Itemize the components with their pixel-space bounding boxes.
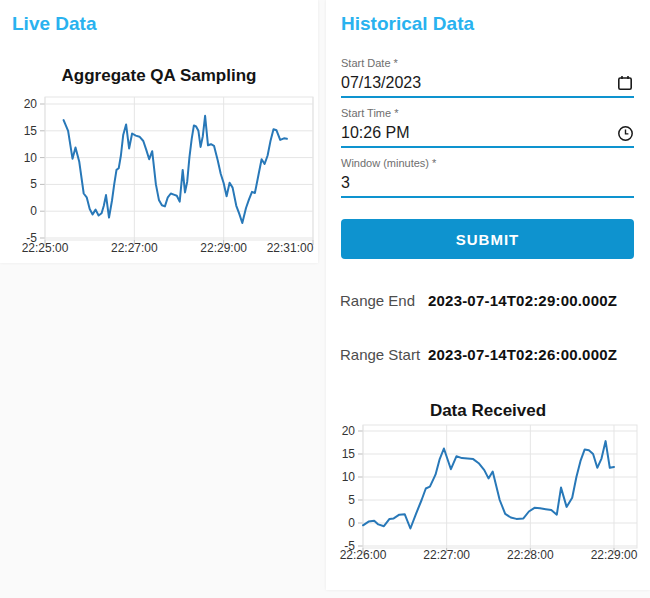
svg-text:5: 5 <box>348 493 355 507</box>
window-minutes-input[interactable] <box>341 171 634 195</box>
svg-text:0: 0 <box>348 516 355 530</box>
historical-data-panel: Historical Data Start Date * Start Time … <box>326 0 650 590</box>
start-time-field: Start Time * <box>341 107 634 148</box>
range-start-value: 2023-07-14T02:26:00.000Z <box>428 346 617 364</box>
svg-text:22:31:00: 22:31:00 <box>267 241 314 255</box>
live-data-panel: Live Data Aggregate QA Sampling 20151050… <box>0 0 318 263</box>
svg-text:22:26:00: 22:26:00 <box>340 548 387 562</box>
start-time-label: Start Time * <box>341 107 634 120</box>
required-asterisk: * <box>432 157 436 169</box>
range-end-label: Range End <box>340 292 428 310</box>
svg-text:22:28:00: 22:28:00 <box>507 548 554 562</box>
clock-icon[interactable] <box>616 124 634 142</box>
svg-text:15: 15 <box>342 447 356 461</box>
submit-button[interactable]: SUBMIT <box>341 219 634 259</box>
window-minutes-field: Window (minutes) * <box>341 157 634 198</box>
svg-text:22:29:00: 22:29:00 <box>200 241 247 255</box>
range-start-label: Range Start <box>340 346 428 364</box>
svg-text:15: 15 <box>24 124 38 138</box>
live-data-title: Live Data <box>12 13 302 35</box>
svg-text:20: 20 <box>342 424 356 438</box>
svg-text:22:29:00: 22:29:00 <box>591 548 638 562</box>
range-end-value: 2023-07-14T02:29:00.000Z <box>428 292 617 310</box>
svg-text:10: 10 <box>342 470 356 484</box>
required-asterisk: * <box>394 57 398 69</box>
historical-chart-svg: 20151050-522:26:0022:27:0022:28:0022:29:… <box>326 424 650 566</box>
historical-data-title: Historical Data <box>341 13 634 35</box>
live-chart-title: Aggregate QA Sampling <box>0 65 318 87</box>
start-time-input[interactable] <box>341 121 616 145</box>
range-start-row: Range Start 2023-07-14T02:26:00.000Z <box>340 346 634 364</box>
required-asterisk: * <box>394 107 398 119</box>
svg-text:0: 0 <box>30 204 37 218</box>
window-minutes-label: Window (minutes) * <box>341 157 634 170</box>
start-date-field: Start Date * <box>341 57 634 98</box>
start-date-input[interactable] <box>341 71 616 95</box>
svg-text:22:25:00: 22:25:00 <box>22 241 69 255</box>
svg-text:5: 5 <box>30 177 37 191</box>
svg-text:10: 10 <box>24 151 38 165</box>
live-chart-svg: 20151050-522:25:0022:27:0022:29:0022:31:… <box>0 89 318 257</box>
historical-chart-title: Data Received <box>326 400 650 422</box>
range-end-row: Range End 2023-07-14T02:29:00.000Z <box>340 292 634 310</box>
svg-text:22:27:00: 22:27:00 <box>423 548 470 562</box>
calendar-icon[interactable] <box>616 74 634 92</box>
svg-text:20: 20 <box>24 97 38 111</box>
svg-text:22:27:00: 22:27:00 <box>111 241 158 255</box>
start-date-label: Start Date * <box>341 57 634 70</box>
